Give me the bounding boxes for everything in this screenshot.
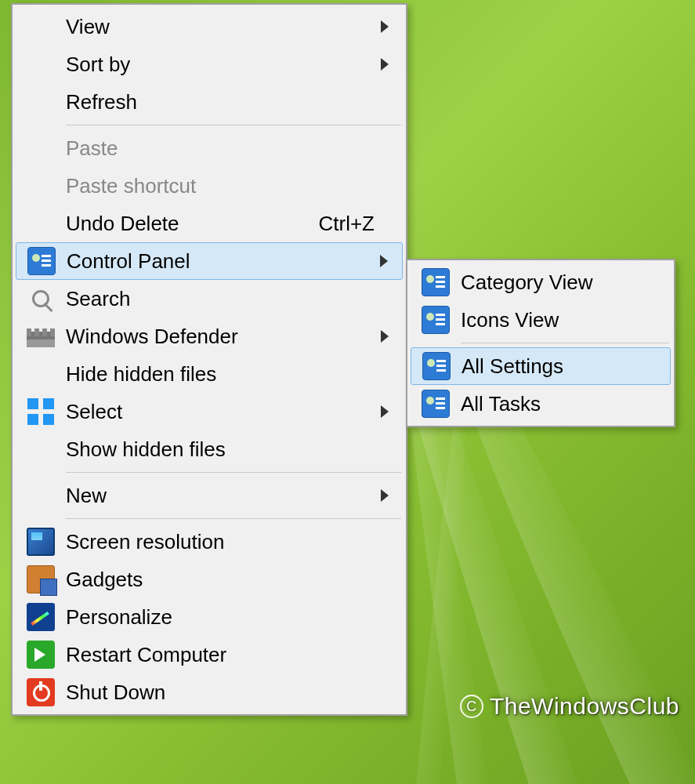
menu-item-label: Restart Computer [66,643,396,667]
cpanel-icon [411,348,462,384]
menu-separator [66,472,401,473]
personalize-icon [16,598,66,636]
submenu-arrow-icon [381,20,389,33]
menu-item-label: Category View [461,270,664,295]
menu-item-select[interactable]: Select [16,393,403,430]
submenu-arrow-icon [380,255,388,267]
watermark: C TheWindowsClub [460,693,679,720]
menu-item-label: Search [66,287,396,311]
menu-item-label: Show hidden files [66,437,396,462]
menu-separator [66,518,401,519]
submenu-arrow-icon [381,58,389,71]
menu-item-label: All Tasks [461,392,664,416]
menu-item-view[interactable]: View [16,8,403,45]
cpanel-icon [411,385,461,423]
defender-icon [16,318,66,355]
submenu-arrow-icon [381,330,389,343]
menu-item-label: Undo Delete [66,212,319,236]
screen-icon [16,523,66,561]
menu-item-show-hidden-files[interactable]: Show hidden files [16,430,403,468]
menu-item-label: Select [66,400,381,424]
menu-item-label: Shut Down [66,681,396,705]
menu-item-label: Sort by [66,53,381,77]
gadgets-icon [16,561,66,598]
menu-separator [461,343,669,343]
cpanel-icon [16,243,67,279]
cpanel-icon [411,301,461,339]
menu-item-windows-defender[interactable]: Windows Defender [16,318,403,355]
shutdown-icon [16,673,66,711]
menu-item-restart-computer[interactable]: Restart Computer [16,636,403,673]
menu-item-hide-hidden-files[interactable]: Hide hidden files [16,355,403,393]
menu-item-search[interactable]: Search [16,280,403,318]
menu-item-label: All Settings [462,354,664,379]
control-panel-submenu: Category ViewIcons ViewAll SettingsAll T… [406,259,675,427]
menu-item-category-view[interactable]: Category View [411,263,671,301]
menu-item-undo-delete[interactable]: Undo DeleteCtrl+Z [16,205,403,242]
menu-item-label: Refresh [66,90,396,114]
menu-item-label: Paste shortcut [66,174,396,198]
select-icon [16,393,66,430]
menu-item-all-settings[interactable]: All Settings [411,347,671,385]
menu-item-label: Screen resolution [66,530,396,554]
menu-separator [66,125,401,125]
menu-item-all-tasks[interactable]: All Tasks [411,385,671,423]
menu-item-refresh[interactable]: Refresh [16,83,403,121]
menu-item-label: View [66,15,381,39]
menu-item-paste-shortcut: Paste shortcut [16,167,403,205]
submenu-arrow-icon [381,489,389,502]
cpanel-icon [411,263,461,301]
menu-item-label: Windows Defender [66,325,381,349]
submenu-arrow-icon [381,405,389,418]
menu-item-screen-resolution[interactable]: Screen resolution [16,523,403,561]
menu-item-shortcut: Ctrl+Z [319,212,397,236]
menu-item-label: Control Panel [67,249,380,274]
menu-item-sort-by[interactable]: Sort by [16,45,403,83]
menu-item-label: New [66,484,381,508]
watermark-text: TheWindowsClub [490,693,679,720]
menu-item-personalize[interactable]: Personalize [16,598,403,636]
menu-item-label: Paste [66,136,396,161]
menu-item-label: Icons View [461,308,664,332]
menu-item-gadgets[interactable]: Gadgets [16,561,403,598]
restart-icon [16,636,66,673]
menu-item-control-panel[interactable]: Control Panel [16,242,403,280]
menu-item-paste: Paste [16,129,403,167]
menu-item-new[interactable]: New [16,477,403,514]
menu-item-shut-down[interactable]: Shut Down [16,673,403,711]
copyright-icon: C [460,695,483,718]
menu-item-icons-view[interactable]: Icons View [411,301,671,339]
menu-item-label: Gadgets [66,568,396,592]
menu-item-label: Hide hidden files [66,362,396,387]
desktop-context-menu: ViewSort byRefreshPastePaste shortcutUnd… [11,3,407,716]
search-icon [16,280,66,318]
menu-item-label: Personalize [66,605,396,630]
